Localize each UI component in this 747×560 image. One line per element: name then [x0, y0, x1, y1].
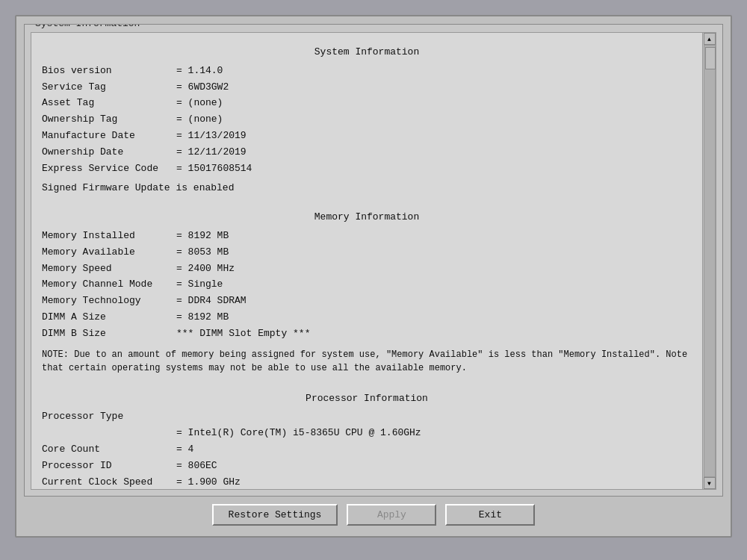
table-row: Service Tag= 6WD3GW2 — [42, 80, 692, 96]
group-legend-label: System Information — [32, 24, 143, 29]
restore-settings-button[interactable]: Restore Settings — [212, 504, 338, 526]
field-label: Memory Channel Mode — [42, 277, 176, 293]
field-label: DIMM B Size — [42, 326, 176, 342]
processor-name-value: = Intel(R) Core(TM) i5-8365U CPU @ 1.60G… — [176, 426, 421, 441]
field-value: = 806EC — [176, 458, 217, 474]
scroll-content[interactable]: System Information Bios version= 1.14.0S… — [31, 33, 702, 489]
table-row: Processor ID= 806EC — [42, 458, 692, 474]
table-row: Ownership Tag= (none) — [42, 112, 692, 128]
field-value: = 8192 MB — [176, 310, 229, 326]
apply-button[interactable]: Apply — [347, 504, 436, 526]
table-row: Express Service Code= 15017608514 — [42, 161, 692, 177]
field-label: Asset Tag — [42, 96, 176, 111]
field-label: DIMM A Size — [42, 310, 176, 326]
system-info-fields: Bios version= 1.14.0Service Tag= 6WD3GW2… — [42, 63, 692, 177]
field-value: = (none) — [176, 96, 223, 111]
field-label: Service Tag — [42, 80, 176, 96]
processor-name-row: = Intel(R) Core(TM) i5-8365U CPU @ 1.60G… — [42, 426, 692, 441]
scrollbar[interactable]: ▲ ▼ — [702, 33, 716, 489]
field-value: = 8192 MB — [176, 228, 229, 244]
outer-panel: System Information System Information Bi… — [15, 15, 732, 538]
field-label: Ownership Tag — [42, 112, 176, 128]
field-label: Ownership Date — [42, 145, 176, 161]
field-value: = 12/11/2019 — [176, 145, 247, 161]
table-row: Memory Technology= DDR4 SDRAM — [42, 293, 692, 309]
scrollbar-thumb[interactable] — [705, 47, 716, 69]
table-row: Core Count= 4 — [42, 442, 692, 458]
field-value: = 8053 MB — [176, 245, 229, 261]
field-label: Bios version — [42, 63, 176, 79]
field-label: Memory Technology — [42, 293, 176, 309]
table-row: Manufacture Date= 11/13/2019 — [42, 128, 692, 144]
table-row: Memory Channel Mode= Single — [42, 277, 692, 293]
table-row: Ownership Date= 12/11/2019 — [42, 145, 692, 161]
field-label: Current Clock Speed — [42, 475, 176, 489]
field-value: = DDR4 SDRAM — [176, 293, 247, 309]
field-value: = 1.14.0 — [176, 63, 223, 79]
memory-note: NOTE: Due to an amount of memory being a… — [42, 348, 692, 375]
table-row: DIMM B Size*** DIMM Slot Empty *** — [42, 326, 692, 342]
table-row: Memory Installed= 8192 MB — [42, 228, 692, 244]
system-info-title: System Information — [42, 45, 692, 60]
scroll-up-button[interactable]: ▲ — [704, 33, 716, 45]
field-label: Manufacture Date — [42, 128, 176, 144]
processor-info-title: Processor Information — [42, 391, 692, 407]
field-label: Memory Speed — [42, 261, 176, 277]
exit-button[interactable]: Exit — [445, 504, 535, 526]
field-value: = 4 — [176, 442, 193, 458]
bottom-bar: Restore Settings Apply Exit — [24, 497, 723, 529]
scrollbar-track[interactable] — [704, 45, 716, 477]
system-info-group: System Information System Information Bi… — [24, 24, 723, 497]
processor-info-fields: Processor Type= Intel(R) Core(TM) i5-836… — [42, 409, 692, 489]
field-value: = 1.900 GHz — [176, 475, 241, 489]
field-label: Processor Type — [42, 409, 176, 425]
field-label: Express Service Code — [42, 161, 176, 177]
field-value: = 15017608514 — [176, 161, 252, 177]
memory-info-title: Memory Information — [42, 210, 692, 225]
table-row: Bios version= 1.14.0 — [42, 63, 692, 79]
inner-box: System Information Bios version= 1.14.0S… — [31, 32, 716, 490]
field-label: Memory Available — [42, 245, 176, 261]
field-value: = Single — [176, 277, 223, 293]
memory-info-fields: Memory Installed= 8192 MBMemory Availabl… — [42, 228, 692, 342]
table-row: Asset Tag= (none) — [42, 96, 692, 111]
table-row: Memory Available= 8053 MB — [42, 245, 692, 261]
field-label: Memory Installed — [42, 228, 176, 244]
field-label: Core Count — [42, 442, 176, 458]
field-value: = 6WD3GW2 — [176, 80, 229, 96]
field-label: Processor ID — [42, 458, 176, 474]
table-row: Processor Type — [42, 409, 692, 425]
table-row: Current Clock Speed= 1.900 GHz — [42, 475, 692, 489]
scroll-down-button[interactable]: ▼ — [704, 477, 716, 489]
field-value: = (none) — [176, 112, 223, 128]
field-value: = 11/13/2019 — [176, 128, 247, 144]
table-row: DIMM A Size= 8192 MB — [42, 310, 692, 326]
field-value: = 2400 MHz — [176, 261, 235, 277]
table-row: Memory Speed= 2400 MHz — [42, 261, 692, 277]
field-value: *** DIMM Slot Empty *** — [176, 326, 310, 342]
signed-firmware-text: Signed Firmware Update is enabled — [42, 181, 692, 196]
